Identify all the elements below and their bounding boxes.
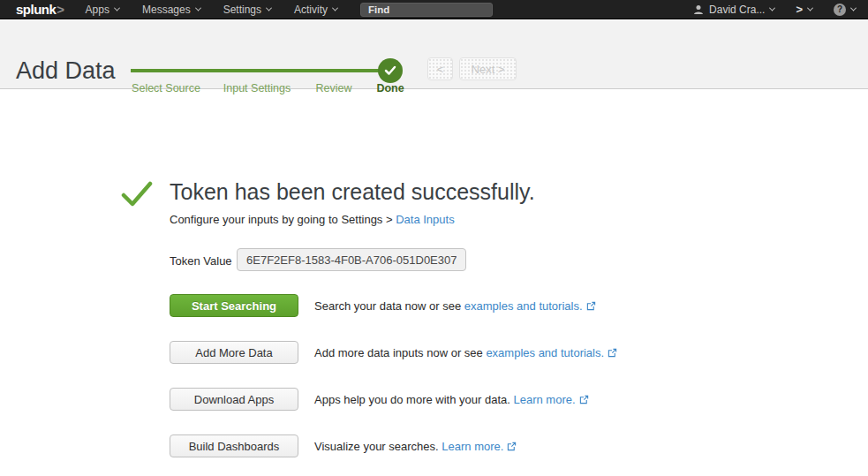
chevron-down-icon bbox=[807, 5, 813, 11]
chevron-down-icon bbox=[114, 5, 120, 11]
menu-messages[interactable]: Messages bbox=[142, 4, 200, 16]
chevron-down-icon bbox=[195, 5, 201, 11]
wizard-header: Add Data Select Source Input Settings Re… bbox=[0, 20, 868, 89]
action-description: Visualize your searches. Learn more. bbox=[314, 440, 517, 454]
step-done: Done bbox=[376, 82, 404, 94]
done-check-icon bbox=[378, 58, 403, 83]
download-apps-button[interactable]: Download Apps bbox=[170, 388, 298, 411]
progress-bar bbox=[131, 69, 380, 72]
user-icon bbox=[693, 4, 704, 15]
next-button[interactable]: Next > bbox=[459, 57, 517, 80]
action-description: Apps help you do more with your data. Le… bbox=[314, 393, 589, 407]
description-text: Apps help you do more with your data. bbox=[314, 393, 513, 406]
learn-more-link[interactable]: Learn more. bbox=[513, 393, 575, 406]
description-text: Add more data inputs now or see bbox=[314, 346, 486, 359]
quick-launch-menu[interactable]: > bbox=[796, 3, 812, 16]
success-check-icon bbox=[121, 180, 153, 212]
menu-settings[interactable]: Settings bbox=[223, 4, 271, 16]
step-review: Review bbox=[316, 82, 352, 94]
logo-text: splunk bbox=[16, 2, 56, 17]
step-select-source: Select Source bbox=[132, 82, 200, 94]
menu-apps-label: Apps bbox=[86, 4, 109, 16]
action-description: Search your data now or see examples and… bbox=[314, 299, 596, 314]
token-value-field[interactable] bbox=[237, 248, 466, 271]
action-row-download-apps: Download Apps Apps help you do more with… bbox=[170, 388, 788, 411]
external-link-icon bbox=[586, 300, 596, 314]
topbar-right-group: David Cra... > ? bbox=[693, 3, 856, 16]
menu-apps[interactable]: Apps bbox=[86, 4, 119, 16]
add-more-data-button[interactable]: Add More Data bbox=[170, 341, 298, 364]
external-link-icon bbox=[608, 347, 617, 360]
action-row-build-dashboards: Build Dashboards Visualize your searches… bbox=[170, 434, 788, 457]
start-searching-button[interactable]: Start Searching bbox=[170, 294, 298, 317]
token-value-label: Token Value bbox=[170, 254, 232, 268]
subtitle-text: Configure your inputs by going to Settin… bbox=[170, 213, 396, 226]
help-menu[interactable]: ? bbox=[834, 4, 856, 16]
arrow-right-icon: > bbox=[796, 3, 803, 16]
success-title: Token has been created successfully. bbox=[170, 179, 535, 205]
external-link-icon bbox=[579, 394, 589, 407]
menu-messages-label: Messages bbox=[142, 4, 191, 16]
chevron-down-icon bbox=[769, 5, 775, 11]
learn-more-link[interactable]: Learn more. bbox=[442, 440, 503, 453]
success-subtitle: Configure your inputs by going to Settin… bbox=[170, 213, 455, 226]
menu-settings-label: Settings bbox=[223, 4, 261, 16]
menu-activity-label: Activity bbox=[294, 4, 328, 16]
build-dashboards-button[interactable]: Build Dashboards bbox=[170, 434, 298, 457]
page-title: Add Data bbox=[16, 57, 116, 85]
user-name: David Cra... bbox=[709, 4, 765, 16]
find-search-input[interactable] bbox=[360, 3, 493, 17]
action-description: Add more data inputs now or see examples… bbox=[314, 346, 617, 360]
help-icon: ? bbox=[834, 4, 846, 16]
splunk-logo[interactable]: splunk> bbox=[16, 2, 64, 17]
description-text: Visualize your searches. bbox=[314, 440, 442, 453]
chevron-down-icon bbox=[266, 5, 272, 11]
user-menu[interactable]: David Cra... bbox=[693, 4, 774, 16]
action-row-add-more-data: Add More Data Add more data inputs now o… bbox=[170, 341, 788, 364]
chevron-down-icon bbox=[850, 5, 857, 11]
page: splunk> Apps Messages Settings Activity … bbox=[0, 0, 868, 476]
examples-tutorials-link[interactable]: examples and tutorials. bbox=[464, 299, 583, 313]
menu-activity[interactable]: Activity bbox=[294, 4, 337, 16]
top-nav-bar: splunk> Apps Messages Settings Activity … bbox=[0, 0, 868, 19]
examples-tutorials-link[interactable]: examples and tutorials. bbox=[486, 346, 604, 359]
external-link-icon bbox=[507, 441, 517, 454]
logo-caret: > bbox=[57, 2, 64, 17]
action-row-start-searching: Start Searching Search your data now or … bbox=[170, 294, 788, 317]
back-button[interactable]: < bbox=[427, 57, 453, 80]
data-inputs-link[interactable]: Data Inputs bbox=[396, 213, 455, 226]
description-text: Search your data now or see bbox=[314, 299, 464, 313]
step-input-settings: Input Settings bbox=[223, 82, 291, 94]
chevron-down-icon bbox=[332, 5, 338, 11]
